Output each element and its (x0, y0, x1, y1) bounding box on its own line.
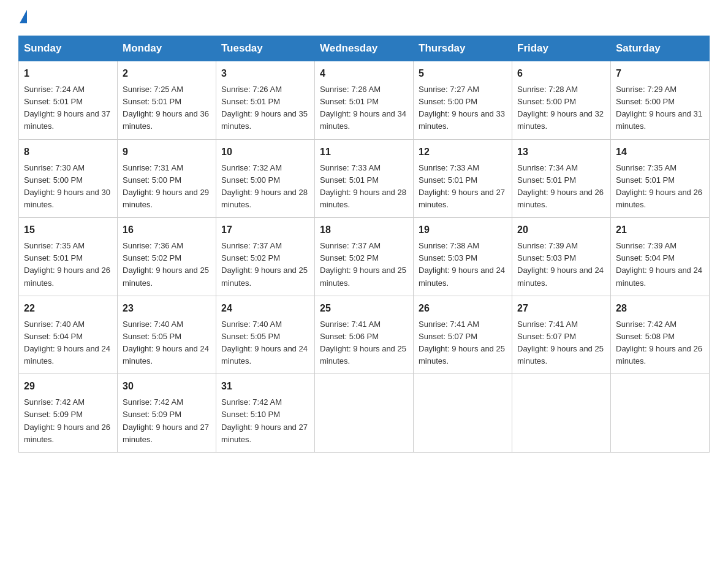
day-info: Sunrise: 7:34 AMSunset: 5:01 PMDaylight:… (517, 162, 605, 212)
day-number: 18 (320, 223, 408, 237)
day-number: 6 (517, 66, 605, 81)
calendar-day-cell: 28Sunrise: 7:42 AMSunset: 5:08 PMDayligh… (611, 296, 710, 374)
calendar-day-cell: 11Sunrise: 7:33 AMSunset: 5:01 PMDayligh… (315, 139, 414, 218)
header-row: SundayMondayTuesdayWednesdayThursdayFrid… (19, 36, 710, 61)
day-info: Sunrise: 7:32 AMSunset: 5:00 PMDaylight:… (221, 162, 309, 212)
day-number: 30 (123, 379, 211, 394)
calendar-week-row: 1Sunrise: 7:24 AMSunset: 5:01 PMDaylight… (19, 61, 710, 140)
day-info: Sunrise: 7:41 AMSunset: 5:07 PMDaylight:… (419, 318, 507, 368)
day-number: 16 (123, 223, 211, 237)
day-info: Sunrise: 7:29 AMSunset: 5:00 PMDaylight:… (616, 83, 704, 133)
day-info: Sunrise: 7:26 AMSunset: 5:01 PMDaylight:… (221, 83, 309, 133)
calendar-day-cell: 21Sunrise: 7:39 AMSunset: 5:04 PMDayligh… (611, 218, 710, 296)
day-info: Sunrise: 7:39 AMSunset: 5:03 PMDaylight:… (517, 240, 605, 289)
day-number: 26 (419, 301, 507, 316)
day-info: Sunrise: 7:30 AMSunset: 5:00 PMDaylight:… (24, 162, 112, 212)
calendar-day-cell: 13Sunrise: 7:34 AMSunset: 5:01 PMDayligh… (512, 139, 611, 218)
day-of-week-header: Monday (118, 36, 216, 61)
calendar-day-cell: 8Sunrise: 7:30 AMSunset: 5:00 PMDaylight… (19, 139, 118, 218)
day-info: Sunrise: 7:42 AMSunset: 5:08 PMDaylight:… (616, 318, 704, 368)
calendar-day-cell: 20Sunrise: 7:39 AMSunset: 5:03 PMDayligh… (512, 218, 611, 296)
day-of-week-header: Sunday (19, 36, 118, 61)
calendar-day-cell: 25Sunrise: 7:41 AMSunset: 5:06 PMDayligh… (315, 296, 414, 374)
day-number: 1 (24, 66, 112, 81)
day-info: Sunrise: 7:40 AMSunset: 5:04 PMDaylight:… (24, 318, 112, 368)
day-of-week-header: Thursday (414, 36, 512, 61)
day-info: Sunrise: 7:40 AMSunset: 5:05 PMDaylight:… (221, 318, 309, 368)
calendar-day-cell: 22Sunrise: 7:40 AMSunset: 5:04 PMDayligh… (19, 296, 118, 374)
day-number: 22 (24, 301, 112, 316)
day-info: Sunrise: 7:33 AMSunset: 5:01 PMDaylight:… (320, 162, 408, 212)
calendar-day-cell: 18Sunrise: 7:37 AMSunset: 5:02 PMDayligh… (315, 218, 414, 296)
logo (18, 12, 27, 26)
day-number: 19 (419, 223, 507, 237)
calendar-day-cell: 27Sunrise: 7:41 AMSunset: 5:07 PMDayligh… (512, 296, 611, 374)
calendar-day-cell: 16Sunrise: 7:36 AMSunset: 5:02 PMDayligh… (118, 218, 216, 296)
day-info: Sunrise: 7:36 AMSunset: 5:02 PMDaylight:… (123, 240, 211, 289)
day-info: Sunrise: 7:28 AMSunset: 5:00 PMDaylight:… (517, 83, 605, 133)
calendar-day-cell (512, 374, 611, 453)
day-number: 7 (616, 66, 704, 81)
calendar-day-cell: 7Sunrise: 7:29 AMSunset: 5:00 PMDaylight… (611, 61, 710, 140)
day-info: Sunrise: 7:42 AMSunset: 5:09 PMDaylight:… (24, 396, 112, 446)
calendar-week-row: 15Sunrise: 7:35 AMSunset: 5:01 PMDayligh… (19, 218, 710, 296)
day-info: Sunrise: 7:41 AMSunset: 5:07 PMDaylight:… (517, 318, 605, 368)
day-number: 2 (123, 66, 211, 81)
day-info: Sunrise: 7:40 AMSunset: 5:05 PMDaylight:… (123, 318, 211, 368)
calendar-day-cell: 6Sunrise: 7:28 AMSunset: 5:00 PMDaylight… (512, 61, 611, 140)
calendar-day-cell: 4Sunrise: 7:26 AMSunset: 5:01 PMDaylight… (315, 61, 414, 140)
calendar-day-cell: 2Sunrise: 7:25 AMSunset: 5:01 PMDaylight… (118, 61, 216, 140)
logo-triangle-icon (20, 10, 27, 23)
day-number: 11 (320, 145, 408, 159)
day-of-week-header: Tuesday (216, 36, 315, 61)
calendar-day-cell: 23Sunrise: 7:40 AMSunset: 5:05 PMDayligh… (118, 296, 216, 374)
day-of-week-header: Wednesday (315, 36, 414, 61)
calendar-day-cell: 10Sunrise: 7:32 AMSunset: 5:00 PMDayligh… (216, 139, 315, 218)
day-number: 25 (320, 301, 408, 316)
day-number: 29 (24, 379, 112, 394)
day-info: Sunrise: 7:37 AMSunset: 5:02 PMDaylight:… (320, 240, 408, 289)
day-info: Sunrise: 7:38 AMSunset: 5:03 PMDaylight:… (419, 240, 507, 289)
day-info: Sunrise: 7:35 AMSunset: 5:01 PMDaylight:… (616, 162, 704, 212)
calendar-day-cell: 9Sunrise: 7:31 AMSunset: 5:00 PMDaylight… (118, 139, 216, 218)
day-number: 15 (24, 223, 112, 237)
calendar-day-cell: 17Sunrise: 7:37 AMSunset: 5:02 PMDayligh… (216, 218, 315, 296)
day-number: 12 (419, 145, 507, 159)
day-number: 5 (419, 66, 507, 81)
day-number: 28 (616, 301, 704, 316)
calendar-day-cell (611, 374, 710, 453)
day-info: Sunrise: 7:42 AMSunset: 5:09 PMDaylight:… (123, 396, 211, 446)
day-number: 27 (517, 301, 605, 316)
calendar-day-cell: 12Sunrise: 7:33 AMSunset: 5:01 PMDayligh… (414, 139, 512, 218)
day-number: 9 (123, 145, 211, 159)
day-info: Sunrise: 7:41 AMSunset: 5:06 PMDaylight:… (320, 318, 408, 368)
day-number: 3 (221, 66, 309, 81)
day-number: 4 (320, 66, 408, 81)
calendar-week-row: 8Sunrise: 7:30 AMSunset: 5:00 PMDaylight… (19, 139, 710, 218)
day-number: 13 (517, 145, 605, 159)
day-info: Sunrise: 7:39 AMSunset: 5:04 PMDaylight:… (616, 240, 704, 289)
calendar-day-cell: 31Sunrise: 7:42 AMSunset: 5:10 PMDayligh… (216, 374, 315, 453)
calendar-day-cell (414, 374, 512, 453)
calendar-week-row: 22Sunrise: 7:40 AMSunset: 5:04 PMDayligh… (19, 296, 710, 374)
day-info: Sunrise: 7:35 AMSunset: 5:01 PMDaylight:… (24, 240, 112, 289)
day-info: Sunrise: 7:24 AMSunset: 5:01 PMDaylight:… (24, 83, 112, 133)
day-of-week-header: Friday (512, 36, 611, 61)
calendar-day-cell: 30Sunrise: 7:42 AMSunset: 5:09 PMDayligh… (118, 374, 216, 453)
day-info: Sunrise: 7:33 AMSunset: 5:01 PMDaylight:… (419, 162, 507, 212)
day-number: 10 (221, 145, 309, 159)
header (18, 12, 710, 26)
day-info: Sunrise: 7:37 AMSunset: 5:02 PMDaylight:… (221, 240, 309, 289)
calendar-day-cell: 26Sunrise: 7:41 AMSunset: 5:07 PMDayligh… (414, 296, 512, 374)
calendar-day-cell: 14Sunrise: 7:35 AMSunset: 5:01 PMDayligh… (611, 139, 710, 218)
calendar-day-cell: 15Sunrise: 7:35 AMSunset: 5:01 PMDayligh… (19, 218, 118, 296)
day-info: Sunrise: 7:25 AMSunset: 5:01 PMDaylight:… (123, 83, 211, 133)
day-info: Sunrise: 7:26 AMSunset: 5:01 PMDaylight:… (320, 83, 408, 133)
day-info: Sunrise: 7:27 AMSunset: 5:00 PMDaylight:… (419, 83, 507, 133)
calendar-day-cell: 24Sunrise: 7:40 AMSunset: 5:05 PMDayligh… (216, 296, 315, 374)
day-number: 20 (517, 223, 605, 237)
day-info: Sunrise: 7:31 AMSunset: 5:00 PMDaylight:… (123, 162, 211, 212)
day-number: 8 (24, 145, 112, 159)
day-number: 17 (221, 223, 309, 237)
day-info: Sunrise: 7:42 AMSunset: 5:10 PMDaylight:… (221, 396, 309, 446)
